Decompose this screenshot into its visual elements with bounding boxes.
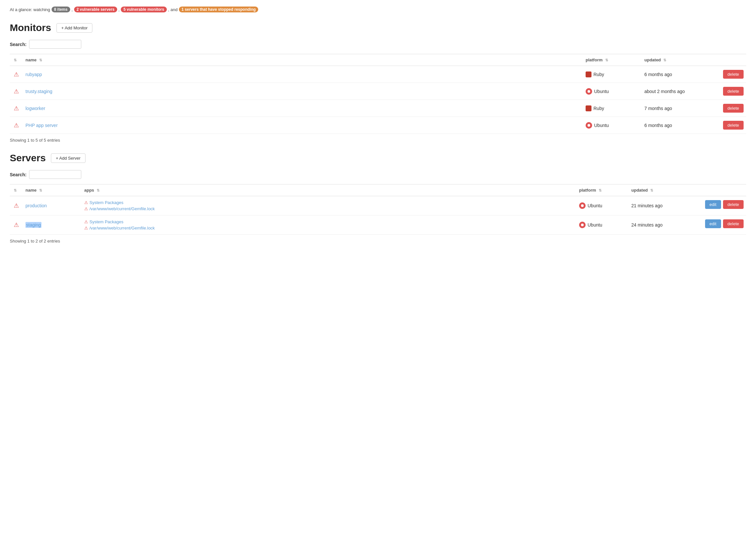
servers-search-input[interactable] (29, 170, 81, 179)
apps-cell: ⚠ System Packages ⚠ /var/www/web/current… (82, 216, 576, 235)
monitors-col-name[interactable]: name ⇅ (23, 54, 583, 66)
servers-title: Servers (10, 152, 46, 164)
table-row: ⚠ production ⚠ System Packages ⚠ /var/ww… (10, 196, 746, 216)
action-cell: delete (707, 83, 746, 100)
app-link[interactable]: System Packages (89, 200, 123, 205)
monitors-table: ⇅ name ⇅ platform ⇅ updated ⇅ ⚠ rubyapp … (10, 54, 746, 134)
alert-cell: ⚠ (10, 66, 23, 83)
monitors-col-sort: ⇅ (10, 54, 23, 66)
action-cell: delete (707, 66, 746, 83)
servers-col-sort: ⇅ (10, 184, 23, 196)
action-cell: edit delete (694, 216, 746, 235)
platform-cell: Ubuntu (583, 117, 642, 134)
action-cell: delete (707, 100, 746, 117)
alert-cell: ⚠ (10, 117, 23, 134)
sort-icon-servers[interactable]: ⇅ (14, 188, 16, 193)
ubuntu-icon (579, 202, 586, 209)
platform-cell: Ubuntu (583, 83, 642, 100)
monitors-search-input[interactable] (29, 40, 81, 49)
monitors-search-row: Search: (10, 40, 746, 49)
app-link[interactable]: /var/www/web/current/Gemfile.lock (89, 225, 155, 230)
app-link[interactable]: /var/www/web/current/Gemfile.lock (89, 206, 155, 211)
delete-monitor-button[interactable]: delete (723, 121, 743, 130)
table-row: ⚠ staging ⚠ System Packages ⚠ /var/www/w… (10, 216, 746, 235)
servers-col-apps[interactable]: apps ⇅ (82, 184, 576, 196)
updated-cell: 6 months ago (642, 117, 707, 134)
alert-cell: ⚠ (10, 216, 23, 235)
monitors-section-header: Monitors + Add Monitor (10, 22, 746, 33)
edit-server-button[interactable]: edit (705, 200, 721, 209)
servers-search-row: Search: (10, 170, 746, 179)
monitors-col-platform[interactable]: platform ⇅ (583, 54, 642, 66)
platform-cell: Ruby (583, 100, 642, 117)
action-cell: edit delete (694, 196, 746, 216)
warning-icon: ⚠ (84, 200, 88, 205)
edit-server-button[interactable]: edit (705, 219, 721, 228)
ruby-icon (586, 72, 591, 77)
name-cell: production (23, 196, 82, 216)
server-name-link[interactable]: production (25, 203, 47, 208)
updated-cell: 24 minutes ago (629, 216, 694, 235)
name-cell: trusty.staging (23, 83, 583, 100)
servers-col-updated[interactable]: updated ⇅ (629, 184, 694, 196)
servers-col-platform[interactable]: platform ⇅ (576, 184, 629, 196)
platform-label: Ruby (593, 106, 604, 111)
app-warning-item: ⚠ /var/www/web/current/Gemfile.lock (84, 206, 574, 211)
monitor-name-link[interactable]: logworker (25, 106, 45, 111)
name-cell: staging (23, 216, 82, 235)
at-glance-prefix: At a glance: watching (10, 7, 50, 12)
platform-label: Ubuntu (594, 89, 609, 94)
monitor-name-link[interactable]: trusty.staging (25, 89, 52, 94)
updated-cell: 21 minutes ago (629, 196, 694, 216)
ubuntu-icon (586, 122, 592, 129)
badge-stopped-servers: 1 servers that have stopped responding (179, 7, 258, 13)
platform-label: Ubuntu (588, 203, 602, 208)
monitor-name-link[interactable]: rubyapp (25, 72, 42, 77)
updated-cell: about 2 months ago (642, 83, 707, 100)
app-warning-item: ⚠ System Packages (84, 219, 574, 224)
platform-label: Ubuntu (588, 222, 602, 227)
ubuntu-icon (579, 222, 586, 228)
add-monitor-button[interactable]: + Add Monitor (56, 23, 93, 33)
ruby-icon (586, 105, 591, 111)
servers-section-header: Servers + Add Server (10, 152, 746, 164)
delete-server-button[interactable]: delete (723, 200, 743, 209)
monitor-name-link[interactable]: PHP app server (25, 123, 58, 128)
table-row: ⚠ logworker Ruby 7 months ago delete (10, 100, 746, 117)
alert-cell: ⚠ (10, 196, 23, 216)
name-cell: rubyapp (23, 66, 583, 83)
servers-search-label: Search: (10, 172, 26, 177)
table-row: ⚠ trusty.staging Ubuntu about 2 months a… (10, 83, 746, 100)
delete-monitor-button[interactable]: delete (723, 70, 743, 79)
apps-cell: ⚠ System Packages ⚠ /var/www/web/current… (82, 196, 576, 216)
monitors-col-updated[interactable]: updated ⇅ (642, 54, 707, 66)
alert-cell: ⚠ (10, 100, 23, 117)
servers-entries-info: Showing 1 to 2 of 2 entries (10, 239, 746, 244)
sort-icon[interactable]: ⇅ (14, 58, 16, 62)
alert-icon: ⚠ (14, 105, 19, 112)
alert-icon: ⚠ (14, 202, 19, 209)
alert-cell: ⚠ (10, 83, 23, 100)
server-name-link[interactable]: staging (25, 222, 42, 228)
name-cell: PHP app server (23, 117, 583, 134)
servers-table: ⇅ name ⇅ apps ⇅ platform ⇅ updated ⇅ ⚠ p… (10, 184, 746, 235)
delete-server-button[interactable]: delete (723, 219, 743, 228)
badge-vulnerable-monitors: 5 vulnerable monitors (121, 7, 167, 13)
monitors-search-label: Search: (10, 42, 26, 47)
platform-label: Ruby (593, 72, 604, 77)
badge-items: 8 items (51, 7, 70, 13)
monitors-title: Monitors (10, 22, 51, 33)
at-a-glance-bar: At a glance: watching 8 items , 2 vulner… (10, 7, 746, 13)
alert-icon: ⚠ (14, 71, 19, 78)
monitors-entries-info: Showing 1 to 5 of 5 entries (10, 138, 746, 143)
add-server-button[interactable]: + Add Server (51, 153, 85, 163)
delete-monitor-button[interactable]: delete (723, 104, 743, 113)
platform-cell: Ruby (583, 66, 642, 83)
app-warning-item: ⚠ System Packages (84, 200, 574, 205)
alert-icon: ⚠ (14, 122, 19, 129)
app-link[interactable]: System Packages (89, 219, 123, 224)
table-row: ⚠ PHP app server Ubuntu 6 months ago del… (10, 117, 746, 134)
servers-col-name[interactable]: name ⇅ (23, 184, 82, 196)
delete-monitor-button[interactable]: delete (723, 87, 743, 96)
badge-vulnerable-servers: 2 vulnerable servers (74, 7, 117, 13)
